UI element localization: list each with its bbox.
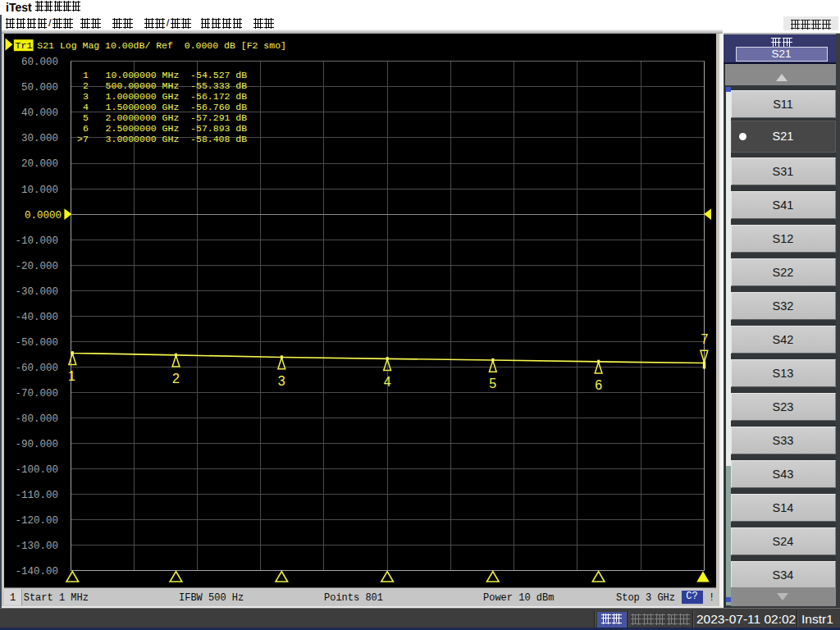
svg-text:-80.000: -80.000 [15, 413, 58, 425]
svg-text:4: 4 [384, 375, 391, 389]
svg-text:2: 2 [172, 372, 180, 386]
svg-text:1 10.000000 MHz -54.527 dB: 1 10.000000 MHz -54.527 dB [83, 70, 247, 80]
svg-text:-110.00: -110.00 [15, 490, 58, 501]
svg-text:-120.00: -120.00 [15, 515, 58, 527]
svg-text:-40.000: -40.000 [15, 312, 58, 323]
svg-text:20.000: 20.000 [21, 158, 58, 170]
svg-text:-100.00: -100.00 [15, 464, 58, 476]
svg-text:10.000: 10.000 [21, 185, 58, 196]
svg-text:S21 Log Mag 10.00dB/ Ref 0.00: S21 Log Mag 10.00dB/ Ref 0.0000 dB [F2 s… [37, 40, 286, 51]
svg-text:-50.000: -50.000 [15, 337, 58, 349]
svg-text:-60.000: -60.000 [15, 363, 58, 374]
svg-text:-20.000: -20.000 [15, 261, 58, 272]
svg-text:50.000: 50.000 [21, 82, 58, 94]
svg-text:7: 7 [701, 332, 708, 346]
svg-text:-30.000: -30.000 [15, 286, 58, 298]
svg-text:5 2.0000000 GHz -57.291 dB: 5 2.0000000 GHz -57.291 dB [83, 112, 247, 123]
svg-text:0.0000: 0.0000 [25, 210, 62, 221]
svg-text:Tr1: Tr1 [16, 40, 33, 51]
svg-text:5: 5 [489, 377, 496, 390]
svg-text:-90.000: -90.000 [15, 439, 58, 450]
svg-text:30.000: 30.000 [21, 133, 58, 144]
svg-text:4 1.5000000 GHz -56.760 dB: 4 1.5000000 GHz -56.760 dB [83, 102, 247, 112]
svg-text:-10.000: -10.000 [15, 235, 58, 247]
svg-text:3 1.0000000 GHz -56.172 dB: 3 1.0000000 GHz -56.172 dB [83, 91, 247, 102]
svg-text:-140.00: -140.00 [15, 566, 58, 578]
svg-text:>7 3.0000000 GHz -58.408 dB: >7 3.0000000 GHz -58.408 dB [77, 134, 247, 144]
svg-text:40.000: 40.000 [21, 107, 58, 119]
svg-text:-130.00: -130.00 [15, 541, 58, 552]
svg-text:2 500.00000 MHz -55.333 dB: 2 500.00000 MHz -55.333 dB [83, 80, 247, 91]
svg-text:3: 3 [278, 374, 285, 388]
svg-text:6: 6 [595, 378, 602, 392]
svg-text:-70.000: -70.000 [15, 388, 58, 399]
svg-text:1: 1 [68, 369, 75, 383]
svg-text:60.000: 60.000 [21, 57, 58, 68]
svg-text:6 2.5000000 GHz -57.893 dB: 6 2.5000000 GHz -57.893 dB [83, 123, 247, 134]
